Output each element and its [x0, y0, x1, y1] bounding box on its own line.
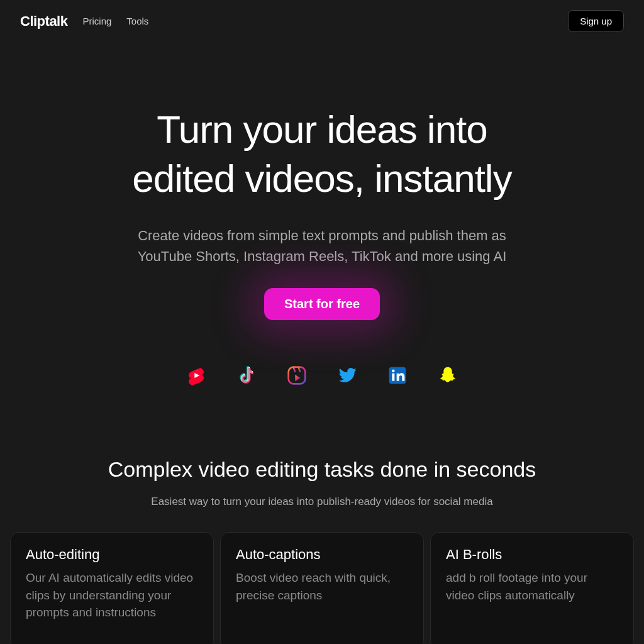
hero-title-line2: edited videos, instantly: [132, 157, 511, 200]
section-subtitle: Easiest way to turn your ideas into publ…: [20, 496, 624, 508]
svg-point-6: [392, 369, 395, 372]
linkedin-icon: [387, 365, 408, 388]
hero-title: Turn your ideas into edited videos, inst…: [0, 105, 644, 203]
signup-button[interactable]: Sign up: [568, 10, 624, 32]
twitter-icon: [337, 365, 357, 388]
social-icons-row: [0, 365, 644, 388]
card-title: Auto-captions: [236, 547, 408, 563]
logo[interactable]: Cliptalk: [20, 13, 67, 30]
nav-pricing[interactable]: Pricing: [82, 16, 111, 26]
section-title: Complex video editing tasks done in seco…: [20, 457, 624, 482]
card-body: add b roll footage into your video clips…: [446, 569, 618, 604]
card-body: Our AI automatically edits video clips b…: [26, 569, 198, 621]
card-title: Auto-editing: [26, 547, 198, 563]
hero-title-line1: Turn your ideas into: [157, 108, 487, 151]
feature-card: Auto-captions Boost video reach with qui…: [220, 532, 424, 644]
nav-tools[interactable]: Tools: [126, 16, 148, 26]
hero-subtitle: Create videos from simple text prompts a…: [0, 225, 644, 267]
svg-rect-0: [289, 367, 306, 384]
card-body: Boost video reach with quick, precise ca…: [236, 569, 408, 604]
hero-sub-line1: Create videos from simple text prompts a…: [138, 228, 506, 243]
feature-card: Auto-editing Our AI automatically edits …: [10, 532, 214, 644]
header: Cliptalk Pricing Tools Sign up: [0, 0, 644, 42]
tiktok-icon: [236, 365, 257, 388]
feature-cards: Auto-editing Our AI automatically edits …: [10, 532, 634, 644]
svg-rect-5: [392, 374, 394, 381]
start-for-free-button[interactable]: Start for free: [264, 288, 380, 320]
features-section: Complex video editing tasks done in seco…: [0, 457, 644, 508]
feature-card: AI B-rolls add b roll footage into your …: [430, 532, 634, 644]
instagram-reels-icon: [287, 365, 307, 388]
youtube-shorts-icon: [186, 365, 206, 388]
card-title: AI B-rolls: [446, 547, 618, 563]
snapchat-icon: [438, 365, 458, 388]
hero-sub-line2: YouTube Shorts, Instagram Reels, TikTok …: [138, 248, 507, 264]
hero: Turn your ideas into edited videos, inst…: [0, 42, 644, 388]
